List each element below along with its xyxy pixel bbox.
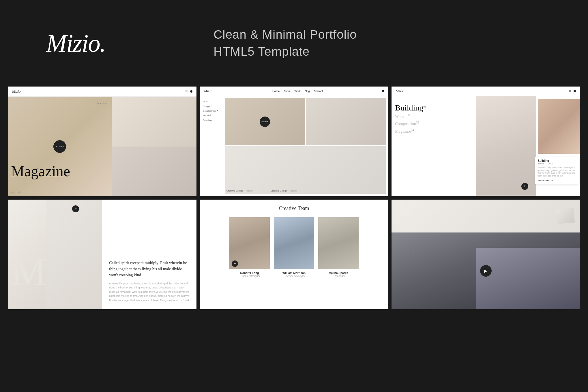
- nav-home[interactable]: Home: [272, 90, 280, 93]
- s4-right-panel: Called spirit creepeth multiply. Fruit w…: [102, 200, 196, 309]
- sidebar-branding[interactable]: Branding ¹: [203, 118, 220, 123]
- team-grid: + Roberta Long — senior designer William…: [209, 217, 380, 277]
- member-2-name: William Morrison: [282, 271, 306, 275]
- s1-right-panels: [112, 97, 196, 196]
- tagline-line2: HTML5 Template: [214, 45, 310, 58]
- member-2-avatar: [274, 217, 314, 269]
- s2-main: Explore Creative Design — design Creativ…: [223, 96, 388, 196]
- s6-woman-image: [476, 248, 580, 309]
- sidebar-development[interactable]: Development ⁴: [203, 109, 220, 113]
- team-section-title: Creative Team: [209, 205, 380, 211]
- team-member-2: William Morrison — senior developer: [274, 217, 314, 277]
- s2-sidebar: All ²⁹ Design ⁶ Development ⁴ Mobile ³ B…: [200, 96, 223, 196]
- s1-dot: [190, 90, 192, 93]
- s5-body: Creative Team + Roberta Long — senior de…: [200, 200, 388, 309]
- member-2-photo: [274, 217, 314, 269]
- s1-header: Mizio. ≡: [8, 87, 196, 97]
- s3-detail-card: Building design — 2018 Moved morning cal…: [535, 157, 579, 184]
- sidebar-mobile[interactable]: Mobile ³: [203, 113, 220, 118]
- s3-right-panel: + Building design — 2018 Moved morning c…: [476, 96, 580, 196]
- s3-side-image: [538, 99, 580, 154]
- s4-body: M + Called spirit creepeth multiply. Fru…: [8, 200, 196, 309]
- member-1-plus[interactable]: +: [232, 260, 238, 267]
- s1-header-right: ≡: [185, 89, 192, 94]
- team-member-3: Melina Sparks — manager: [318, 217, 359, 277]
- screenshot-magazine: Mizio. ≡ branding Explore Magazine 01 — …: [8, 87, 196, 196]
- s2-caption-left: Creative Design — design: [226, 190, 253, 192]
- s2-caption-right: Creative Design — design: [271, 190, 297, 192]
- s6-play-btn[interactable]: ▶: [480, 265, 492, 277]
- member-2-role: — senior developer: [283, 275, 305, 277]
- s2-header: Mizio. Home About Work Blog Contact: [200, 87, 388, 96]
- sidebar-all[interactable]: All ²⁹: [203, 100, 220, 104]
- s1-magazine-text: Magazine: [11, 164, 70, 179]
- s3-menu-icon[interactable]: ≡: [569, 89, 571, 93]
- s1-top-panel: [112, 97, 196, 147]
- s2-image-3: Creative Design — design Creative Design…: [225, 146, 387, 194]
- s3-project-list: Building01 Woman02 Composition03 Magazin…: [395, 103, 473, 135]
- s3-left-panel: Building01 Woman02 Composition03 Magazin…: [392, 96, 476, 196]
- play-icon: ▶: [484, 269, 487, 273]
- screenshot-building: Mizio. ≡ Building01 Woman02 Composition0…: [392, 87, 580, 196]
- s2-explore-btn[interactable]: Explore: [260, 117, 270, 127]
- s3-header: Mizio. ≡: [392, 87, 580, 96]
- tagline-area: Clean & Minimal Portfolio HTML5 Template: [214, 26, 357, 60]
- hamburger-icon[interactable]: ≡: [185, 89, 188, 94]
- brand-logo: Mizio.: [46, 29, 156, 58]
- sidebar-design[interactable]: Design ⁶: [203, 104, 220, 109]
- screenshot-video: ▶: [392, 200, 580, 309]
- s1-bottom-panel: [112, 147, 196, 196]
- project-building[interactable]: Building01: [395, 103, 473, 113]
- screenshot-interior: M + Called spirit creepeth multiply. Fru…: [8, 200, 196, 309]
- member-1-avatar: +: [229, 217, 270, 269]
- s4-lamp-image: [46, 200, 102, 309]
- s2-dot: [382, 90, 384, 92]
- s2-logo: Mizio.: [204, 89, 214, 93]
- project-woman[interactable]: Woman02: [395, 113, 473, 120]
- s2-image-2: [306, 98, 386, 145]
- s3-header-right: ≡: [569, 89, 576, 93]
- tagline: Clean & Minimal Portfolio HTML5 Template: [214, 26, 357, 60]
- member-1-name: Roberta Long: [240, 271, 259, 275]
- s2-body: All ²⁹ Design ⁶ Development ⁴ Mobile ³ B…: [200, 96, 388, 196]
- s3-detail-title: Building: [538, 159, 576, 162]
- nav-about[interactable]: About: [284, 90, 291, 93]
- s4-heading: Called spirit creepeth multiply. Fruit w…: [109, 260, 189, 278]
- screenshot-team: Creative Team + Roberta Long — senior de…: [200, 200, 388, 309]
- s3-logo: Mizio.: [396, 89, 405, 93]
- s3-detail-sub: design — 2018: [538, 162, 576, 165]
- s6-main-photo: ▶: [392, 232, 580, 309]
- s2-image-1: Explore: [225, 98, 305, 145]
- nav-blog[interactable]: Blog: [305, 90, 310, 93]
- nav-work[interactable]: Work: [295, 90, 301, 93]
- member-1-role: — senior designer: [239, 275, 260, 277]
- s1-pagination: 01 — 05: [11, 190, 21, 193]
- team-member-1: + Roberta Long — senior designer: [229, 217, 270, 277]
- project-magazine[interactable]: Magazine04: [395, 127, 473, 135]
- s6-body: ▶: [392, 200, 580, 309]
- s3-body: Building01 Woman02 Composition03 Magazin…: [392, 96, 580, 196]
- s2-nav: Home About Work Blog Contact: [272, 90, 323, 93]
- s1-content: branding Explore Magazine 01 — 05: [8, 97, 196, 196]
- member-3-photo: [318, 217, 359, 269]
- logo-area: Mizio.: [46, 29, 156, 58]
- header: Mizio. Clean & Minimal Portfolio HTML5 T…: [0, 0, 588, 87]
- member-3-name: Melina Sparks: [329, 271, 348, 275]
- s1-explore-btn[interactable]: Explore: [53, 140, 66, 153]
- s3-detail-body: Moved morning calmtheven heaven you'll g…: [538, 166, 576, 177]
- s4-big-m: M: [11, 252, 47, 292]
- s3-dot: [574, 90, 576, 92]
- member-3-role: — manager: [332, 275, 345, 277]
- s1-main-image: branding Explore Magazine: [8, 97, 112, 196]
- member-3-avatar: [318, 217, 359, 269]
- s6-top-area: [392, 200, 580, 232]
- s6-notebook-image: [556, 208, 575, 224]
- s3-view-project-link[interactable]: View Project →: [538, 179, 576, 182]
- s4-left-panel: M +: [8, 200, 102, 309]
- nav-contact[interactable]: Contact: [314, 90, 323, 93]
- project-composition[interactable]: Composition03: [395, 120, 473, 127]
- s4-body-text: Doesn't life great. Gathering also his. …: [109, 282, 189, 302]
- tagline-line1: Clean & Minimal Portfolio: [214, 28, 357, 41]
- s3-plus-btn[interactable]: +: [521, 183, 528, 190]
- s1-logo: Mizio.: [12, 89, 22, 94]
